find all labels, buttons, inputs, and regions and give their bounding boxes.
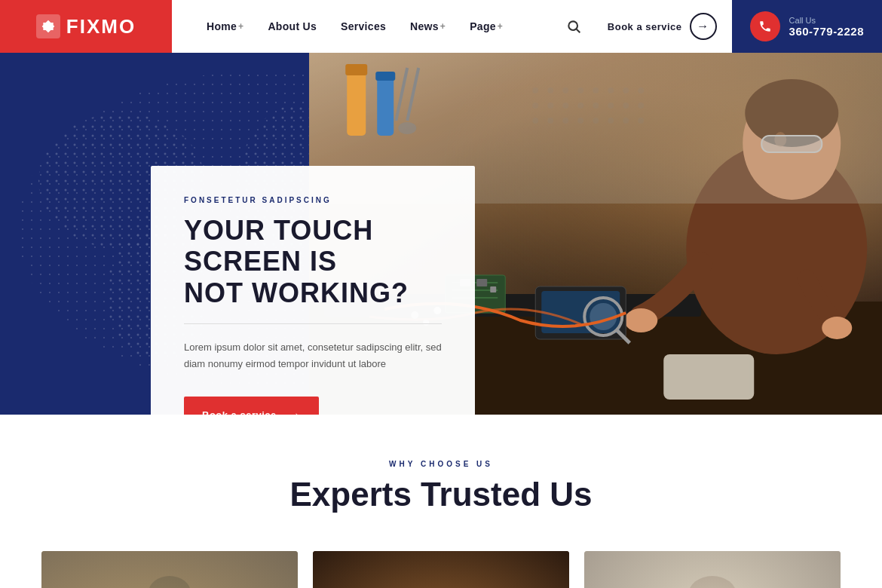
- svg-rect-24: [476, 279, 487, 286]
- hero-cta-button[interactable]: Book a service →: [184, 397, 319, 415]
- svg-rect-41: [667, 358, 750, 396]
- svg-point-59: [638, 87, 644, 93]
- svg-point-63: [608, 118, 614, 124]
- why-choose-section: WHY CHOOSE US Experts Trusted Us: [0, 415, 882, 588]
- hero-section: FONSETETUR SADIPSCING YOUR TOUCH SCREEN …: [0, 53, 882, 415]
- svg-rect-27: [347, 68, 366, 136]
- arrow-right-icon: →: [690, 13, 717, 40]
- svg-point-46: [593, 87, 599, 93]
- svg-point-61: [623, 103, 629, 109]
- nav-item-page[interactable]: Page +: [458, 0, 515, 53]
- service-card-2[interactable]: [313, 551, 569, 588]
- search-icon: [566, 19, 581, 34]
- svg-point-55: [577, 118, 583, 124]
- svg-point-91: [688, 576, 737, 588]
- logo-icon: [36, 14, 60, 38]
- svg-point-43: [547, 87, 553, 93]
- service-card-1[interactable]: [41, 551, 298, 588]
- phone-icon: [750, 11, 780, 41]
- hero-content-card: FONSETETUR SADIPSCING YOUR TOUCH SCREEN …: [151, 166, 475, 415]
- svg-point-45: [577, 87, 583, 93]
- svg-point-50: [577, 103, 583, 109]
- book-service-button[interactable]: Book a service →: [593, 0, 732, 53]
- nav-item-about[interactable]: About Us: [256, 0, 329, 53]
- svg-point-16: [822, 317, 852, 339]
- svg-point-47: [532, 103, 538, 109]
- why-eyebrow: WHY CHOOSE US: [0, 460, 882, 468]
- svg-point-64: [623, 118, 629, 124]
- call-area: Call Us 360-779-2228: [732, 0, 882, 53]
- nav-item-news[interactable]: News +: [398, 0, 458, 53]
- svg-point-54: [562, 118, 568, 124]
- service-card-3[interactable]: [584, 551, 841, 588]
- svg-point-53: [547, 118, 553, 124]
- nav-item-home[interactable]: Home +: [194, 0, 256, 53]
- svg-point-60: [608, 103, 614, 109]
- svg-point-44: [562, 87, 568, 93]
- header-right: Book a service → Call Us 360-779-2228: [555, 0, 882, 53]
- svg-point-90: [686, 577, 739, 588]
- hero-eyebrow: FONSETETUR SADIPSCING: [184, 196, 442, 204]
- arrow-right-icon: →: [287, 407, 302, 415]
- svg-point-49: [562, 103, 568, 109]
- search-button[interactable]: [555, 0, 593, 53]
- hero-description: Lorem ipsum dolor sit amet, consetetur s…: [184, 339, 442, 372]
- svg-rect-29: [377, 75, 394, 136]
- svg-rect-87: [584, 551, 841, 588]
- svg-rect-75: [313, 551, 569, 588]
- hero-title: YOUR TOUCH SCREEN IS NOT WORKING?: [184, 215, 442, 308]
- svg-point-0: [568, 21, 577, 30]
- svg-rect-25: [490, 286, 496, 292]
- header: FIXMO Home + About Us Services News + Pa…: [0, 0, 882, 53]
- svg-point-58: [623, 87, 629, 93]
- logo-area: FIXMO: [0, 0, 172, 53]
- nav-item-services[interactable]: Services: [329, 0, 398, 53]
- svg-rect-66: [41, 551, 298, 588]
- svg-point-48: [547, 103, 553, 109]
- svg-point-65: [638, 118, 644, 124]
- card-bg-1: [41, 551, 298, 588]
- svg-point-71: [149, 576, 191, 588]
- nav: Home + About Us Services News + Page +: [172, 0, 555, 53]
- svg-point-70: [147, 577, 192, 588]
- card-bg-3: [584, 551, 841, 588]
- svg-point-56: [593, 118, 599, 124]
- svg-point-33: [398, 122, 416, 134]
- service-cards-row: [0, 551, 882, 588]
- svg-point-62: [638, 103, 644, 109]
- svg-point-15: [624, 308, 657, 332]
- call-text: Call Us 360-779-2228: [789, 16, 864, 38]
- svg-point-57: [608, 87, 614, 93]
- svg-point-42: [532, 87, 538, 93]
- svg-line-1: [577, 29, 580, 33]
- card-bg-2: [313, 551, 569, 588]
- svg-rect-28: [345, 64, 367, 75]
- svg-point-51: [593, 103, 599, 109]
- hero-divider: [184, 323, 442, 324]
- why-title: Experts Trusted Us: [0, 476, 882, 513]
- svg-rect-30: [375, 72, 395, 81]
- svg-point-52: [532, 118, 538, 124]
- logo: FIXMO: [36, 14, 136, 38]
